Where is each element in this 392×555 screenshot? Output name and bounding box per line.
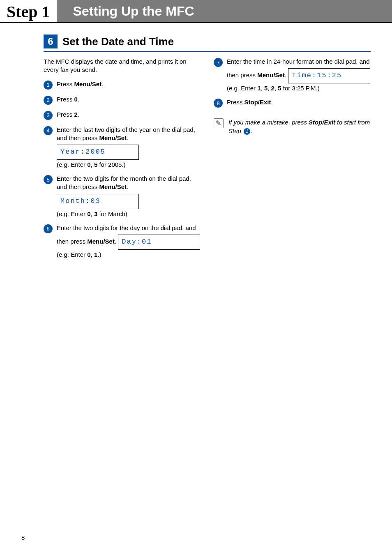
text: Press bbox=[57, 111, 74, 118]
page-number: 8 bbox=[21, 534, 25, 541]
step-number-bullet: 5 bbox=[44, 175, 53, 184]
step-text: Enter the two digits for the month on th… bbox=[57, 175, 201, 218]
note-text: If you make a mistake, press Stop/Exit t… bbox=[228, 118, 371, 135]
example-text: (e.g. Enter 0, 3 for March) bbox=[57, 210, 201, 218]
header-title-bar: Setting Up the MFC bbox=[57, 0, 392, 22]
text: . bbox=[78, 96, 79, 103]
section-head: 6 Set the Date and Time bbox=[44, 35, 371, 52]
text: , bbox=[91, 210, 94, 217]
step-text: Press Stop/Exit. bbox=[227, 98, 371, 106]
text: (e.g. Enter bbox=[227, 85, 257, 92]
text: for 2005.) bbox=[97, 161, 125, 168]
text: for March) bbox=[97, 210, 127, 217]
text: . bbox=[271, 99, 273, 106]
step-text: Enter the two digits for the day on the … bbox=[57, 224, 201, 259]
note-icon bbox=[214, 118, 224, 128]
text: , bbox=[91, 251, 94, 258]
text: . bbox=[78, 111, 79, 118]
text: (e.g. Enter bbox=[57, 161, 87, 168]
step-item: 6 Enter the two digits for the day on th… bbox=[44, 224, 201, 259]
step-item: 5 Enter the two digits for the month on … bbox=[44, 175, 201, 218]
step-number-bullet: 6 bbox=[44, 224, 53, 233]
bold-text: Stop/Exit bbox=[244, 99, 271, 106]
bold-text: Menu/Set bbox=[99, 134, 127, 141]
step-item: 7 Enter the time in 24-hour format on th… bbox=[214, 58, 371, 92]
bold-text: Menu/Set bbox=[74, 81, 102, 88]
step-item: 8 Press Stop/Exit. bbox=[214, 98, 371, 108]
text: . bbox=[251, 127, 253, 134]
bold-text: Menu/Set bbox=[87, 238, 115, 245]
text: , bbox=[261, 85, 264, 92]
step-item: 4 Enter the last two digits of the year … bbox=[44, 126, 201, 169]
bold-text: 0 bbox=[87, 210, 90, 217]
right-column: 7 Enter the time in 24-hour format on th… bbox=[214, 58, 371, 265]
text: If you make a mistake, press bbox=[228, 119, 309, 126]
bold-text: 0 bbox=[87, 251, 90, 258]
bold-text: 0 bbox=[74, 96, 78, 103]
bold-text: 2 bbox=[271, 85, 274, 92]
bold-text: 1 bbox=[257, 85, 261, 92]
text: . bbox=[115, 238, 116, 245]
text: .) bbox=[97, 251, 101, 258]
step-reference-bullet: 1 bbox=[244, 128, 250, 135]
step-number-bullet: 8 bbox=[214, 99, 223, 108]
text: . bbox=[101, 81, 103, 88]
intro-text: The MFC displays the date and time, and … bbox=[44, 58, 201, 74]
columns: The MFC displays the date and time, and … bbox=[44, 58, 371, 265]
bold-text: 5 bbox=[94, 161, 97, 168]
step-text: Press 0. bbox=[57, 95, 201, 104]
bold-text: Stop/Exit bbox=[309, 119, 335, 126]
step-item: 2 Press 0. bbox=[44, 95, 201, 105]
bold-text: 0 bbox=[87, 161, 90, 168]
text: . bbox=[285, 71, 286, 78]
bold-text: 5 bbox=[264, 85, 267, 92]
text: . bbox=[127, 134, 128, 141]
text: (e.g. Enter bbox=[57, 210, 87, 217]
step-text: Press Menu/Set. bbox=[57, 80, 201, 88]
bold-text: Menu/Set bbox=[257, 71, 285, 78]
lcd-display: Day:01 bbox=[118, 235, 200, 250]
step-text: Enter the time in 24-hour format on the … bbox=[227, 58, 371, 92]
step-number-bullet: 4 bbox=[44, 126, 53, 135]
step-number-bullet: 7 bbox=[214, 58, 223, 67]
text: Press bbox=[57, 81, 74, 88]
lcd-display: Time:15:25 bbox=[288, 68, 370, 83]
step-text: Enter the last two digits of the year on… bbox=[57, 126, 201, 169]
text: , bbox=[274, 85, 278, 92]
text: , bbox=[91, 161, 94, 168]
example-text: (e.g. Enter 0, 1.) bbox=[57, 251, 201, 259]
note-callout: If you make a mistake, press Stop/Exit t… bbox=[214, 118, 371, 135]
step-item: 3 Press 2. bbox=[44, 111, 201, 120]
bold-text: 1 bbox=[94, 251, 97, 258]
chevron-icon bbox=[57, 0, 67, 23]
bold-text: 2 bbox=[74, 111, 78, 118]
example-text: (e.g. Enter 0, 5 for 2005.) bbox=[57, 161, 201, 169]
left-column: The MFC displays the date and time, and … bbox=[44, 58, 201, 265]
text: . bbox=[127, 183, 128, 190]
text: (e.g. Enter bbox=[57, 251, 87, 258]
bold-text: 5 bbox=[278, 85, 281, 92]
step-number-bullet: 3 bbox=[44, 111, 53, 120]
step-item: 1 Press Menu/Set. bbox=[44, 80, 201, 90]
bold-text: Menu/Set bbox=[99, 183, 127, 190]
step-text: Press 2. bbox=[57, 111, 201, 119]
section-title: Set the Date and Time bbox=[62, 35, 174, 48]
text: , bbox=[267, 85, 271, 92]
text: for 3:25 P.M.) bbox=[281, 85, 320, 92]
page-content: 6 Set the Date and Time The MFC displays… bbox=[0, 23, 392, 265]
page-header: Step 1 Setting Up the MFC bbox=[0, 0, 392, 23]
step-number-bullet: 2 bbox=[44, 96, 53, 105]
section-number-box: 6 bbox=[44, 35, 58, 48]
step-label: Step 1 bbox=[0, 0, 57, 22]
header-title: Setting Up the MFC bbox=[73, 4, 194, 19]
example-text: (e.g. Enter 1, 5, 2, 5 for 3:25 P.M.) bbox=[227, 84, 371, 92]
text: Press bbox=[227, 99, 244, 106]
lcd-display: Year:2005 bbox=[57, 145, 139, 160]
lcd-display: Month:03 bbox=[57, 194, 139, 209]
step-number-bullet: 1 bbox=[44, 81, 53, 90]
bold-text: 3 bbox=[94, 210, 97, 217]
text: Press bbox=[57, 96, 74, 103]
